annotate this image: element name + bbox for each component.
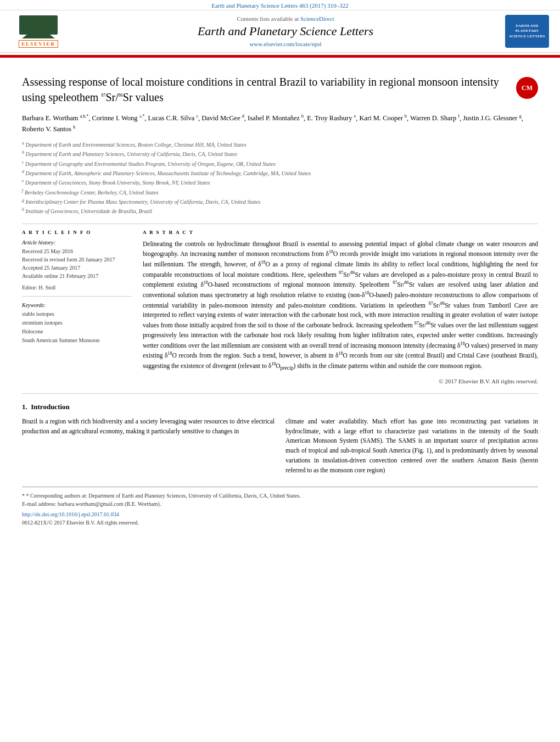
available-date: Available online 21 February 2017 (22, 272, 132, 280)
affiliation-f: f Berkeley Geochronology Center, Berkele… (22, 188, 538, 197)
affiliation-c: c Department of Geography and Environmen… (22, 159, 538, 168)
affiliation-d: d Department of Earth, Atmospheric and P… (22, 169, 538, 177)
elsevier-label: ELSEVIER (19, 40, 58, 48)
keywords-title: Keywords: (22, 302, 132, 308)
footnote-corresponding: * * Corresponding authors at: Department… (22, 492, 538, 500)
elsevier-tree-svg: 🌳 (19, 15, 58, 40)
introduction-right-text: climate and water availability. Much eff… (285, 417, 538, 476)
introduction-body: Brazil is a region with rich biodiversit… (22, 417, 538, 476)
affiliation-b: b Department of Earth and Planetary Scie… (22, 149, 538, 158)
keyword-3: Holocene (22, 327, 132, 336)
received-revised-date: Received in revised form 20 January 2017 (22, 255, 132, 264)
sciencedirect-link[interactable]: ScienceDirect (300, 15, 334, 22)
copyright-line: © 2017 Elsevier B.V. All rights reserved… (143, 378, 538, 384)
history-title: Article history: (22, 239, 132, 246)
journal-title-center: Contents lists available at ScienceDirec… (66, 15, 505, 47)
editor: Editor: H. Stoll (22, 283, 132, 292)
introduction-title: 1. Introduction (22, 403, 538, 411)
history-section: Article history: Received 25 May 2016 Re… (22, 239, 132, 297)
keywords-section: Keywords: stable isotopes strontium isot… (22, 302, 132, 345)
journal-banner: 🌳 ELSEVIER Contents lists available at S… (0, 10, 560, 53)
abstract-title: A B S T R A C T (143, 230, 538, 235)
footnote-issn: 0012-821X/© 2017 Elsevier B.V. All right… (22, 518, 538, 527)
elsevier-logo: 🌳 ELSEVIER (11, 15, 66, 48)
affiliations: a Department of Earth and Environmental … (22, 140, 538, 216)
abstract-text: Delineating the controls on hydroclimate… (143, 239, 538, 372)
main-content: Assessing response of local moisture con… (0, 58, 560, 538)
article-info-title: A R T I C L E I N F O (22, 230, 132, 235)
contents-line: Contents lists available at ScienceDirec… (66, 15, 505, 22)
introduction-left: Brazil is a region with rich biodiversit… (22, 417, 275, 476)
introduction-right: climate and water availability. Much eff… (285, 417, 538, 476)
affiliation-h: h Institute of Geosciences, Universidade… (22, 207, 538, 215)
footnote-section: * * Corresponding authors at: Department… (22, 487, 538, 527)
article-title: Assessing response of local moisture con… (22, 74, 516, 105)
keyword-2: strontium isotopes (22, 319, 132, 327)
authors: Barbara E. Wortham a,b,*, Corinne I. Won… (22, 113, 538, 135)
footnote-doi: http://dx.doi.org/10.1016/j.epsl.2017.01… (22, 510, 538, 518)
article-info-abstract: A R T I C L E I N F O Article history: R… (22, 224, 538, 384)
affiliation-e: e Department of Geosciences, Stony Brook… (22, 178, 538, 187)
introduction-left-text: Brazil is a region with rich biodiversit… (22, 417, 275, 437)
doi-link[interactable]: http://dx.doi.org/10.1016/j.epsl.2017.01… (22, 511, 119, 517)
keyword-4: South American Summer Monsoon (22, 336, 132, 345)
accepted-date: Accepted 25 January 2017 (22, 264, 132, 272)
journal-citation: Earth and Planetary Science Letters 463 … (211, 2, 349, 9)
article-info-panel: A R T I C L E I N F O Article history: R… (22, 230, 132, 384)
section-divider (22, 393, 538, 394)
affiliation-a: a Department of Earth and Environmental … (22, 140, 538, 149)
footnote-email: E-mail address: barbara.wortham@gmail.co… (22, 500, 538, 508)
earth-logo: EARTH AND PLANETARY SCIENCE LETTERS (505, 15, 549, 48)
journal-url[interactable]: www.elsevier.com/locate/epsl (66, 41, 505, 47)
journal-name: Earth and Planetary Science Letters (66, 24, 505, 38)
journal-header: Earth and Planetary Science Letters 463 … (0, 0, 560, 56)
keyword-1: stable isotopes (22, 310, 132, 319)
article-title-section: Assessing response of local moisture con… (22, 69, 538, 105)
journal-top-bar: Earth and Planetary Science Letters 463 … (0, 0, 560, 10)
received-date: Received 25 May 2016 (22, 247, 132, 255)
affiliation-g: g Interdisciplinary Center for Plasma Ma… (22, 197, 538, 206)
abstract-section: A B S T R A C T Delineating the controls… (143, 230, 538, 384)
crossmark-badge: CM (516, 77, 538, 99)
